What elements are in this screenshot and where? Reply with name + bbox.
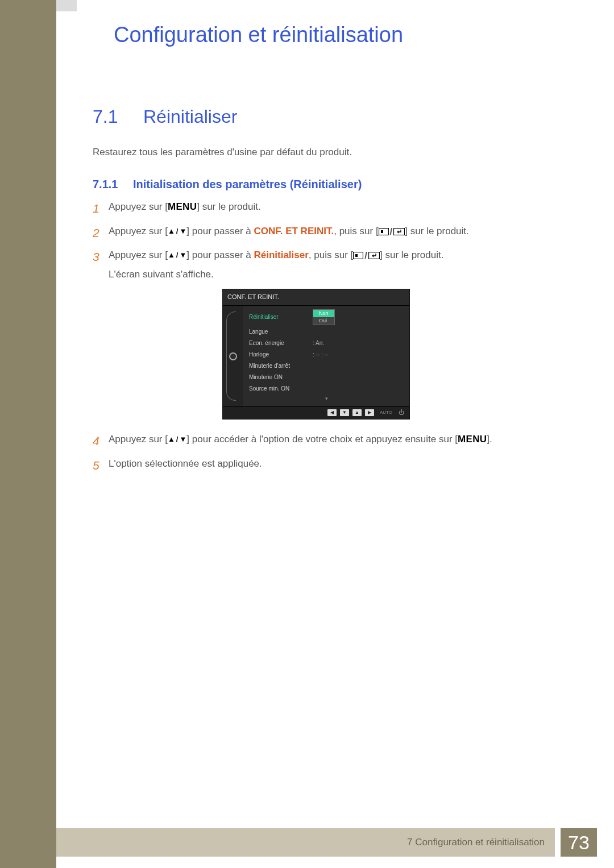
gear-icon bbox=[229, 352, 237, 360]
text: ] pour passer à bbox=[186, 226, 254, 236]
osd-label: Langue bbox=[249, 327, 313, 337]
page-footer: 7 Configuration et réinitialisation 73 bbox=[56, 828, 597, 857]
step-item: 3 Appuyez sur [▲/▼] pour passer à Réinit… bbox=[93, 247, 559, 426]
text: Appuyez sur [ bbox=[109, 434, 168, 445]
osd-value: Non Oui bbox=[313, 309, 404, 325]
up-down-icon: ▲/▼ bbox=[168, 434, 186, 446]
subsection-title: Initialisation des paramètres (Réinitial… bbox=[133, 178, 362, 191]
section-title: Réinitialiser bbox=[143, 106, 237, 127]
step-item: 5 L'option sélectionnée est appliquée. bbox=[93, 456, 559, 475]
osd-auto-label: AUTO bbox=[377, 409, 395, 417]
text: ]. bbox=[487, 434, 492, 445]
osd-popup-oui: Oui bbox=[313, 317, 334, 325]
osd-row: Horloge : -- : -- bbox=[243, 349, 409, 360]
osd-label: Econ. énergie bbox=[249, 339, 313, 348]
svg-rect-4 bbox=[355, 254, 358, 257]
osd-label: Minuterie d'arrêt bbox=[249, 362, 313, 371]
osd-popup: Non Oui bbox=[313, 309, 335, 325]
section-description: Restaurez tous les paramètres d'usine pa… bbox=[93, 147, 352, 158]
osd-body: Réinitialiser Non Oui Langue bbox=[223, 306, 409, 406]
footer-text: 7 Configuration et réinitialisation bbox=[407, 837, 545, 848]
osd-nav-up-icon: ▲ bbox=[352, 409, 362, 416]
text: ] sur le produit. bbox=[380, 250, 443, 260]
osd-left-panel bbox=[223, 306, 243, 406]
text: Appuyez sur [ bbox=[109, 201, 168, 212]
osd-value: : Arr. bbox=[313, 339, 404, 348]
svg-rect-3 bbox=[354, 252, 363, 259]
enter-icon: / bbox=[379, 224, 405, 239]
text: Appuyez sur [ bbox=[109, 226, 168, 236]
side-band bbox=[0, 0, 56, 868]
step-number: 4 bbox=[93, 431, 109, 451]
svg-rect-1 bbox=[381, 230, 383, 233]
menu-key: MENU bbox=[458, 434, 487, 445]
osd-row-reinitialiser: Réinitialiser Non Oui bbox=[243, 308, 409, 326]
step-number: 2 bbox=[93, 223, 109, 243]
step-body: Appuyez sur [▲/▼] pour passer à Réinitia… bbox=[109, 247, 559, 426]
step-body: Appuyez sur [▲/▼] pour passer à CONF. ET… bbox=[109, 223, 559, 239]
osd-row: Minuterie d'arrêt bbox=[243, 360, 409, 372]
osd-label: Source min. ON bbox=[249, 384, 313, 393]
osd-row: Source min. ON bbox=[243, 383, 409, 394]
top-tab bbox=[56, 0, 77, 11]
osd-label: Réinitialiser bbox=[249, 313, 313, 322]
step-number: 3 bbox=[93, 247, 109, 267]
page-number: 73 bbox=[561, 828, 597, 857]
page-title: Configuration et réinitialisation bbox=[114, 23, 403, 47]
highlight-conf: CONF. ET REINIT. bbox=[254, 226, 334, 236]
osd-row: Langue bbox=[243, 326, 409, 338]
step-item: 2 Appuyez sur [▲/▼] pour passer à CONF. … bbox=[93, 223, 559, 243]
step-body: Appuyez sur [MENU] sur le produit. bbox=[109, 199, 559, 214]
subsection-number: 7.1.1 bbox=[93, 178, 118, 191]
osd-label: Minuterie ON bbox=[249, 373, 313, 382]
step-body: L'option sélectionnée est appliquée. bbox=[109, 456, 559, 471]
osd-scroll-down-icon: ▾ bbox=[243, 394, 409, 404]
osd-nav-left-icon: ◀ bbox=[327, 409, 337, 416]
text: Appuyez sur [ bbox=[109, 250, 168, 260]
text: L'écran suivant s'affiche. bbox=[109, 267, 559, 282]
up-down-icon: ▲/▼ bbox=[168, 226, 186, 238]
osd-menu: Réinitialiser Non Oui Langue bbox=[243, 306, 409, 406]
osd-popup-non: Non bbox=[313, 310, 334, 317]
step-number: 5 bbox=[93, 456, 109, 475]
step-body: Appuyez sur [▲/▼] pour accéder à l'optio… bbox=[109, 431, 559, 447]
text: ] sur le produit. bbox=[197, 201, 260, 212]
up-down-icon: ▲/▼ bbox=[168, 250, 186, 261]
osd-nav-down-icon: ▼ bbox=[340, 409, 349, 416]
osd-nav-right-icon: ▶ bbox=[365, 409, 374, 416]
menu-key: MENU bbox=[168, 201, 197, 212]
step-number: 1 bbox=[93, 199, 109, 218]
text: ] pour accéder à l'option de votre choix… bbox=[186, 434, 458, 445]
osd-panel: CONF. ET REINIT. Réinitialiser Non bbox=[222, 289, 410, 420]
svg-rect-0 bbox=[379, 228, 388, 235]
text: , puis sur [ bbox=[334, 226, 378, 236]
osd-row: Minuterie ON bbox=[243, 372, 409, 383]
osd-screenshot: CONF. ET REINIT. Réinitialiser Non bbox=[222, 289, 559, 420]
text: , puis sur [ bbox=[309, 250, 353, 260]
steps-list: 1 Appuyez sur [MENU] sur le produit. 2 A… bbox=[93, 199, 559, 480]
section-number: 7.1 bbox=[93, 106, 118, 127]
osd-value: : -- : -- bbox=[313, 350, 404, 359]
text: ] sur le produit. bbox=[405, 226, 468, 236]
step-item: 1 Appuyez sur [MENU] sur le produit. bbox=[93, 199, 559, 218]
highlight-reinit: Réinitialiser bbox=[254, 250, 308, 260]
osd-label: Horloge bbox=[249, 350, 313, 359]
osd-footer: ◀ ▼ ▲ ▶ AUTO ⏻ bbox=[223, 406, 409, 419]
enter-icon: / bbox=[353, 248, 380, 263]
osd-row: Econ. énergie : Arr. bbox=[243, 338, 409, 349]
step-item: 4 Appuyez sur [▲/▼] pour accéder à l'opt… bbox=[93, 431, 559, 451]
footer-bar: 7 Configuration et réinitialisation bbox=[56, 828, 555, 857]
power-icon: ⏻ bbox=[398, 409, 405, 416]
text: ] pour passer à bbox=[186, 250, 254, 260]
osd-title: CONF. ET REINIT. bbox=[223, 289, 409, 306]
